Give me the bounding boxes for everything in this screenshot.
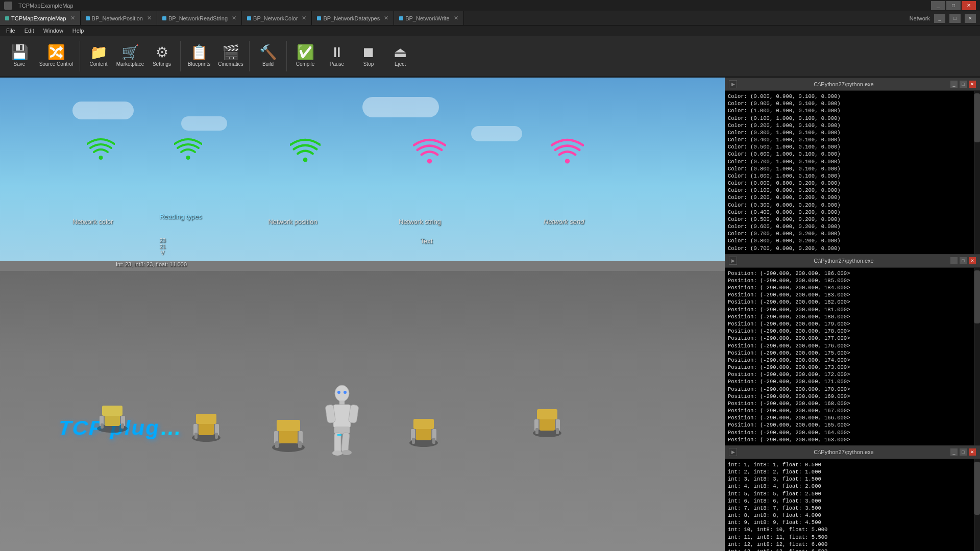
terminal1-max-btn[interactable]: □ [960, 81, 967, 88]
tab-networkreadstring[interactable]: BP_NetworkReadString ✕ [157, 11, 242, 25]
terminal3-max-btn[interactable]: □ [960, 448, 967, 456]
terminal-line: Position: (-290.000, 200.000, 183.000> [728, 291, 971, 298]
marketplace-button[interactable]: 🛒 Marketplace [115, 38, 145, 74]
compile-button[interactable]: ✅ Compile [290, 38, 321, 74]
terminal-line: int: 8, int8: 8, float: 4.000 [728, 512, 971, 519]
terminal-content-1[interactable]: Color: (0.000, 0.900, 0.100, 0.000)Color… [725, 91, 974, 254]
content-button[interactable]: 📁 Content [83, 38, 114, 74]
terminal-line: Color: (0.100, 0.000, 0.200, 0.000) [728, 187, 971, 194]
network-color-label: Network color [72, 218, 113, 226]
terminal-scrollbar-3[interactable] [974, 459, 980, 551]
eject-button[interactable]: ⏏ Eject [385, 38, 415, 74]
pause-button[interactable]: ⏸ Pause [322, 38, 352, 74]
tab-close-0[interactable]: ✕ [70, 15, 75, 21]
minimize-button[interactable]: _ [931, 1, 945, 10]
svg-point-50 [337, 391, 340, 394]
menu-help[interactable]: Help [68, 26, 88, 36]
svg-point-0 [99, 156, 103, 160]
cinematics-button[interactable]: 🎬 Cinematics [215, 38, 246, 74]
network-send-label: Network send [544, 218, 584, 226]
save-button[interactable]: 💾 Save [4, 38, 35, 74]
terminal-line: Position: (-290.000, 200.000, 178.000> [728, 328, 971, 335]
terminal1-close-btn[interactable]: ✕ [969, 81, 976, 88]
terminal-icon-2: ▶ [729, 257, 737, 265]
cinematics-icon: 🎬 [222, 45, 240, 60]
settings-icon: ⚙ [156, 45, 168, 60]
terminal3-close-btn[interactable]: ✕ [969, 448, 976, 456]
tab-networkposition[interactable]: BP_NetworkPosition ✕ [81, 11, 157, 25]
tab-networkdatatypes[interactable]: BP_NetworkDatatypes ✕ [312, 11, 394, 25]
terminal-line: int: 7, int8: 7, float: 3.500 [728, 505, 971, 512]
terminal-line: Color: (0.500, 0.000, 0.200, 0.000) [728, 216, 971, 223]
settings-button[interactable]: ⚙ Settings [146, 38, 177, 74]
svg-rect-17 [194, 433, 198, 439]
terminal-line: Color: (0.200, 1.000, 0.100, 0.000) [728, 122, 971, 129]
reading-types-data: 23 21 V [159, 237, 165, 256]
tab-close-5[interactable]: ✕ [454, 15, 458, 21]
terminal1-win-buttons: _ □ ✕ [950, 81, 976, 88]
svg-rect-24 [275, 441, 279, 448]
terminal-body-3: int: 1, int8: 1, float: 0.500int: 2, int… [725, 459, 980, 551]
terminal2-max-btn[interactable]: □ [960, 257, 967, 264]
content-icon: 📁 [90, 45, 108, 60]
terminal-body-1: Color: (0.000, 0.900, 0.100, 0.000)Color… [725, 91, 980, 254]
source-control-button[interactable]: 🔀 Source Control [36, 38, 77, 74]
app-icon [4, 2, 12, 10]
blueprints-button[interactable]: 📋 Blueprints [184, 38, 214, 74]
menu-window[interactable]: Window [39, 26, 67, 36]
terminal-line: Position: (-290.000, 200.000, 184.000> [728, 284, 971, 291]
panel-min-button[interactable]: _ [934, 14, 945, 23]
svg-rect-11 [121, 423, 124, 429]
terminal-line: int: 1, int8: 1, float: 0.500 [728, 461, 971, 468]
terminal2-close-btn[interactable]: ✕ [969, 257, 976, 264]
tab-close-1[interactable]: ✕ [147, 15, 152, 21]
tabs-bar: TCPMapExampleMap ✕ BP_NetworkPosition ✕ … [0, 11, 980, 26]
terminal-line: Position: (-290.000, 200.000, 164.000> [728, 429, 971, 436]
svg-point-3 [427, 159, 432, 163]
terminal-scrollbar-1[interactable] [974, 91, 980, 254]
build-button[interactable]: 🔨 Build [253, 38, 283, 74]
toolbar: 💾 Save 🔀 Source Control 📁 Content 🛒 Mark… [0, 36, 980, 78]
terminal-scrollbar-2[interactable] [974, 268, 980, 445]
menu-file[interactable]: File [2, 26, 19, 36]
close-button[interactable]: ✕ [962, 1, 976, 10]
terminal-line: int: 6, int8: 6, float: 3.000 [728, 497, 971, 505]
tab-close-3[interactable]: ✕ [302, 15, 306, 21]
terminal-line: Color: (0.500, 1.000, 0.100, 0.000) [728, 143, 971, 151]
terminal-line: int: 12, int8: 12, float: 6.000 [728, 541, 971, 548]
terminal2-min-btn[interactable]: _ [950, 257, 958, 264]
tab-tcpmap[interactable]: TCPMapExampleMap ✕ [0, 11, 81, 25]
terminal-line: Position: (-290.000, 200.000, 186.000> [728, 270, 971, 277]
tab-close-4[interactable]: ✕ [384, 15, 388, 21]
stop-button[interactable]: ⏹ Stop [353, 38, 384, 74]
menu-edit[interactable]: Edit [20, 26, 38, 36]
toolbar-separator-2 [180, 41, 181, 71]
terminal3-min-btn[interactable]: _ [950, 448, 958, 456]
svg-rect-31 [412, 438, 415, 444]
svg-point-1 [186, 156, 190, 160]
terminal1-min-btn[interactable]: _ [950, 81, 958, 88]
svg-rect-39 [556, 428, 559, 434]
panel-max-button[interactable]: □ [949, 14, 961, 23]
save-icon: 💾 [11, 45, 29, 60]
svg-rect-28 [413, 419, 434, 429]
terminal-icon-3: ▶ [729, 448, 737, 456]
compile-icon: ✅ [297, 45, 314, 60]
svg-rect-52 [337, 434, 341, 436]
marketplace-icon: 🛒 [121, 45, 139, 60]
terminal-titlebar-2: ▶ C:\Python27\python.exe _ □ ✕ [725, 255, 980, 268]
svg-rect-35 [537, 409, 557, 419]
panel-close-button[interactable]: ✕ [965, 14, 976, 23]
viewport[interactable]: Network color Reading types 23 21 V int:… [0, 78, 725, 551]
maximize-button[interactable]: □ [946, 1, 961, 10]
tab-close-2[interactable]: ✕ [232, 15, 236, 21]
robot-figure [319, 383, 360, 455]
stop-icon: ⏹ [361, 45, 376, 60]
reading-types-label: Reading types [159, 213, 202, 220]
tab-networkwrite[interactable]: BP_NetworkWrite ✕ [394, 11, 464, 25]
tab-networkcolor[interactable]: BP_NetworkColor ✕ [242, 11, 312, 25]
terminal-content-3[interactable]: int: 1, int8: 1, float: 0.500int: 2, int… [725, 459, 974, 551]
wifi-icon-3 [290, 136, 321, 170]
terminal-content-2[interactable]: Position: (-290.000, 200.000, 186.000>Po… [725, 268, 974, 445]
terminal-line: Color: (0.100, 1.000, 0.100, 0.000) [728, 115, 971, 122]
